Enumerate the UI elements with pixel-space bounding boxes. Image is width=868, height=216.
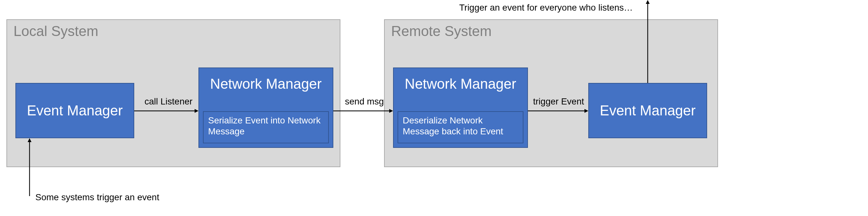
serialize-note-box: Serialize Event into Network Message <box>203 111 329 143</box>
svg-marker-5 <box>584 109 588 113</box>
arrow-send-msg <box>333 108 393 114</box>
remote-event-manager-label: Event Manager <box>589 103 707 118</box>
top-annotation: Trigger an event for everyone who listen… <box>459 3 633 13</box>
local-system-title: Local System <box>13 23 98 39</box>
svg-marker-1 <box>195 109 198 113</box>
svg-marker-7 <box>646 0 650 4</box>
bottom-annotation: Some systems trigger an event <box>35 192 159 202</box>
arrow-trigger-event-label: trigger Event <box>533 97 584 107</box>
svg-marker-3 <box>389 109 393 113</box>
remote-network-manager-box: Network Manager Deserialize Network Mess… <box>393 68 528 148</box>
arrow-trigger-listeners <box>645 0 651 83</box>
svg-marker-9 <box>28 138 31 142</box>
serialize-note-text: Serialize Event into Network Message <box>208 115 320 136</box>
arrow-trigger-event <box>528 108 588 114</box>
remote-network-manager-label: Network Manager <box>394 76 527 92</box>
arrow-call-listener <box>134 108 198 114</box>
arrow-call-listener-label: call Listener <box>145 97 192 107</box>
local-network-manager-box: Network Manager Serialize Event into Net… <box>198 68 333 148</box>
arrow-some-systems-trigger <box>26 138 33 196</box>
local-event-manager-label: Event Manager <box>16 103 133 118</box>
deserialize-note-box: Deserialize Network Message back into Ev… <box>398 111 523 143</box>
deserialize-note-text: Deserialize Network Message back into Ev… <box>403 115 503 136</box>
remote-event-manager-box: Event Manager <box>588 83 707 138</box>
local-network-manager-label: Network Manager <box>199 76 333 92</box>
local-event-manager-box: Event Manager <box>16 83 134 138</box>
arrow-send-msg-label: send msg <box>345 97 384 107</box>
remote-system-title: Remote System <box>391 23 492 39</box>
